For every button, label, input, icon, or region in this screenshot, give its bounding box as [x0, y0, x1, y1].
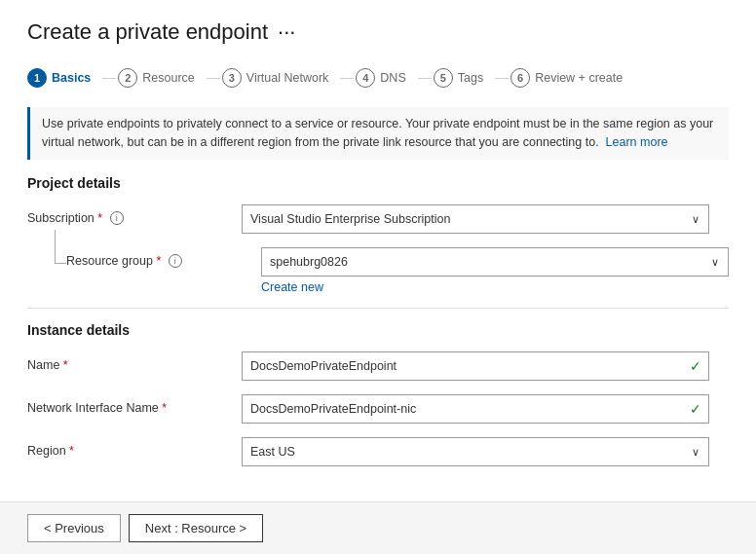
nic-group: Network Interface Name * ✓	[27, 394, 729, 424]
name-required: *	[63, 358, 68, 372]
step-tags[interactable]: 5 Tags	[434, 62, 493, 93]
page-title-dots: ···	[278, 19, 295, 45]
wizard-steps: 1 Basics 2 Resource 3 Virtual Network 4 …	[27, 62, 729, 93]
resource-group-select-wrapper: spehubrg0826	[261, 247, 729, 277]
bracket-vertical	[55, 230, 56, 263]
step-circle-1: 1	[27, 68, 47, 88]
name-group: Name * ✓	[27, 351, 729, 381]
step-label-basics: Basics	[52, 71, 91, 85]
region-required: *	[69, 444, 74, 458]
step-circle-4: 4	[356, 68, 375, 88]
step-sep-1	[102, 78, 116, 79]
step-sep-2	[207, 78, 220, 79]
step-sep-3	[340, 78, 354, 79]
step-sep-5	[495, 78, 509, 79]
step-label-tags: Tags	[458, 71, 483, 85]
step-label-dns: DNS	[380, 71, 405, 85]
resource-group-row: Resource group * i spehubrg0826 Create n…	[47, 247, 729, 294]
create-new-link[interactable]: Create new	[261, 280, 323, 294]
nic-required: *	[162, 401, 167, 415]
subscription-control: Visual Studio Enterprise Subscription	[242, 204, 729, 234]
page-title: Create a private endpoint	[27, 19, 268, 45]
divider-1	[27, 308, 729, 309]
step-circle-5: 5	[434, 68, 453, 88]
name-control: ✓	[242, 351, 729, 381]
step-label-resource: Resource	[142, 71, 195, 85]
step-resource[interactable]: 2 Resource	[118, 62, 205, 93]
subscription-select[interactable]: Visual Studio Enterprise Subscription	[242, 204, 709, 234]
resource-group-label: Resource group * i	[66, 247, 261, 269]
nic-check-icon: ✓	[690, 401, 701, 417]
resource-group-info-icon[interactable]: i	[169, 254, 182, 268]
region-select[interactable]: East US	[242, 437, 709, 466]
bracket-horizontal	[55, 263, 66, 264]
subscription-required: *	[97, 211, 102, 225]
project-details-header: Project details	[27, 175, 729, 191]
nic-input[interactable]	[242, 394, 709, 424]
info-banner: Use private endpoints to privately conne…	[27, 107, 729, 160]
resource-group-required: *	[156, 254, 161, 268]
region-group: Region * East US	[27, 437, 729, 466]
nic-input-wrap: ✓	[242, 394, 709, 424]
subscription-info-icon[interactable]: i	[110, 211, 124, 225]
region-control: East US	[242, 437, 729, 466]
step-sep-4	[418, 78, 432, 79]
previous-button[interactable]: < Previous	[27, 514, 121, 542]
name-input-wrap: ✓	[242, 351, 709, 381]
step-circle-2: 2	[118, 68, 137, 88]
nic-control: ✓	[242, 394, 729, 424]
region-label: Region *	[27, 437, 242, 458]
learn-more-link[interactable]: Learn more	[606, 135, 668, 149]
step-label-virtual-network: Virtual Network	[246, 71, 329, 85]
step-dns[interactable]: 4 DNS	[356, 62, 415, 93]
next-button[interactable]: Next : Resource >	[129, 514, 263, 542]
nic-label: Network Interface Name *	[27, 394, 242, 415]
subscription-label: Subscription * i	[27, 204, 242, 226]
footer: < Previous Next : Resource >	[0, 501, 756, 554]
resource-group-select[interactable]: spehubrg0826	[261, 247, 729, 277]
step-basics[interactable]: 1 Basics	[27, 62, 100, 93]
name-label: Name *	[27, 351, 242, 372]
instance-details-header: Instance details	[27, 322, 729, 338]
region-select-wrapper: East US	[242, 437, 709, 466]
subscription-group: Subscription * i Visual Studio Enterpris…	[27, 204, 729, 234]
step-review-create[interactable]: 6 Review + create	[510, 62, 632, 93]
step-virtual-network[interactable]: 3 Virtual Network	[222, 62, 339, 93]
step-label-review-create: Review + create	[535, 71, 623, 85]
resource-group-control: spehubrg0826 Create new	[261, 247, 729, 294]
subscription-select-wrapper: Visual Studio Enterprise Subscription	[242, 204, 709, 234]
name-input[interactable]	[242, 351, 709, 381]
step-circle-6: 6	[510, 68, 530, 88]
step-circle-3: 3	[222, 68, 242, 88]
name-check-icon: ✓	[690, 358, 701, 374]
